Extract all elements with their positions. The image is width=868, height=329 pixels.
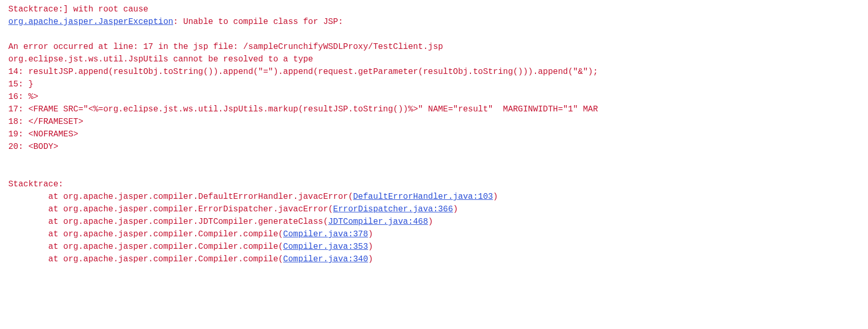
stack-frame: at org.apache.jasper.compiler.JDTCompile… — [8, 216, 860, 228]
frame-suffix: ) — [453, 205, 458, 214]
frame-suffix: ) — [368, 242, 373, 251]
code-line: 18: </FRAMESET> — [8, 116, 860, 128]
source-link[interactable]: ErrorDispatcher.java:366 — [333, 205, 453, 214]
source-link[interactable]: Compiler.java:340 — [283, 255, 368, 264]
code-block: 14: resultJSP.append(resultObj.toString(… — [8, 66, 860, 153]
blank-line — [8, 166, 860, 178]
frame-prefix: at org.apache.jasper.compiler.JDTCompile… — [8, 217, 328, 226]
frame-prefix: at org.apache.jasper.compiler.Compiler.c… — [8, 230, 283, 239]
frame-prefix: at org.apache.jasper.compiler.Compiler.c… — [8, 255, 283, 264]
error-cause: org.eclipse.jst.ws.util.JspUtils cannot … — [8, 53, 860, 66]
error-intro: An error occurred at line: 17 in the jsp… — [8, 41, 860, 53]
stack-header-line: Stacktrace:] with root cause — [8, 3, 860, 16]
stack-frame: at org.apache.jasper.compiler.DefaultErr… — [8, 191, 860, 203]
stack-frames: at org.apache.jasper.compiler.DefaultErr… — [8, 191, 860, 265]
frame-suffix: ) — [368, 230, 373, 239]
code-line: 19: <NOFRAMES> — [8, 128, 860, 141]
frame-suffix: ) — [493, 192, 498, 201]
code-line: 15: } — [8, 78, 860, 91]
frame-prefix: at org.apache.jasper.compiler.DefaultErr… — [8, 192, 353, 201]
frame-prefix: at org.apache.jasper.compiler.Compiler.c… — [8, 242, 283, 251]
stack-frame: at org.apache.jasper.compiler.Compiler.c… — [8, 253, 860, 265]
stack-frame: at org.apache.jasper.compiler.ErrorDispa… — [8, 203, 860, 216]
code-line: 17: <FRAME SRC="<%=org.eclipse.jst.ws.ut… — [8, 103, 860, 116]
code-line: 14: resultJSP.append(resultObj.toString(… — [8, 66, 860, 78]
blank-line — [8, 153, 860, 166]
source-link[interactable]: DefaultErrorHandler.java:103 — [353, 192, 493, 201]
code-line: 16: %> — [8, 91, 860, 103]
frame-suffix: ) — [368, 255, 373, 264]
frame-prefix: at org.apache.jasper.compiler.ErrorDispa… — [8, 205, 333, 214]
stack-frame: at org.apache.jasper.compiler.Compiler.c… — [8, 228, 860, 241]
stack-frame: at org.apache.jasper.compiler.Compiler.c… — [8, 241, 860, 253]
stacktrace-label: Stacktrace: — [8, 178, 860, 191]
exception-class-link[interactable]: org.apache.jasper.JasperException — [8, 17, 173, 27]
source-link[interactable]: Compiler.java:353 — [283, 242, 368, 251]
source-link[interactable]: Compiler.java:378 — [283, 230, 368, 239]
source-link[interactable]: JDTCompiler.java:468 — [328, 217, 428, 226]
blank-line — [8, 28, 860, 41]
exception-line: org.apache.jasper.JasperException: Unabl… — [8, 16, 860, 28]
code-line: 20: <BODY> — [8, 141, 860, 153]
frame-suffix: ) — [428, 217, 433, 226]
exception-message: : Unable to compile class for JSP: — [173, 17, 343, 27]
